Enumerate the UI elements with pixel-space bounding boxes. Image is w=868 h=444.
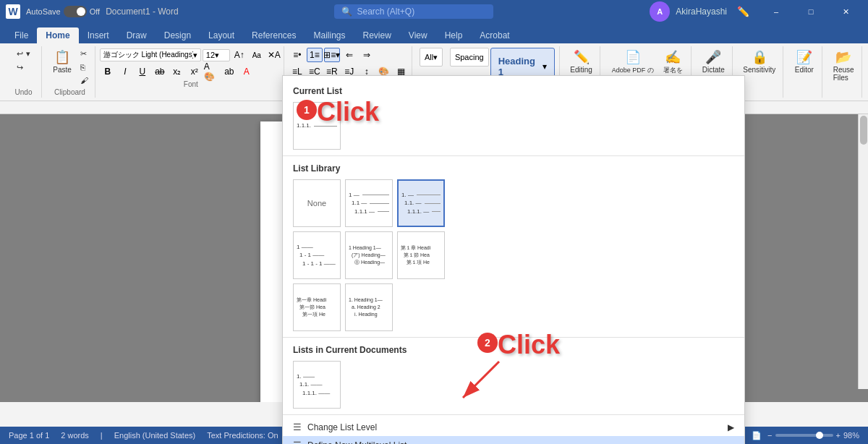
list-library-item-5[interactable]: 1 Heading 1— (ア) Heading— ⓪ Heading— bbox=[345, 231, 393, 279]
increase-indent-button[interactable]: ⇒ bbox=[359, 48, 375, 62]
list-library-grid-3: 第一章 Headi 第一節 Hea 第一項 He 1. Heading 1— a… bbox=[283, 282, 744, 334]
vertical-scrollbar[interactable] bbox=[858, 114, 868, 389]
tab-insert[interactable]: Insert bbox=[79, 27, 118, 43]
ll-5-1: 1 Heading 1— bbox=[349, 244, 389, 252]
highlight-button[interactable]: ab bbox=[221, 64, 237, 79]
list-library-item-7[interactable]: 第一章 Headi 第一節 Hea 第一項 He bbox=[293, 283, 341, 331]
reuse-files-button[interactable]: 📂 ReuseFiles bbox=[830, 48, 858, 84]
editor-label: Editor bbox=[795, 66, 814, 74]
page-info: Page 1 of 1 bbox=[9, 431, 49, 440]
list-library-grid-2: 1 —— 1 - 1 —— 1 - 1 - 1 —— 1 Heading 1— … bbox=[283, 230, 744, 282]
numbering-button[interactable]: 1≡ bbox=[307, 48, 323, 62]
list-library-item-6[interactable]: 第１章 Headi 第１節 Hea 第１項 He bbox=[397, 231, 445, 279]
editing-button[interactable]: ✏️ Editing bbox=[566, 48, 596, 76]
font-effects-button[interactable]: A🎨 bbox=[204, 64, 220, 79]
autosave-knob bbox=[77, 7, 85, 16]
ll-4-1: 1 —— bbox=[297, 243, 337, 251]
dictate-button[interactable]: 🎤 Dictate bbox=[699, 48, 728, 76]
superscript-button[interactable]: x² bbox=[187, 64, 203, 79]
define-multilevel-item[interactable]: ☰ Define New Multilevel List... bbox=[283, 436, 744, 444]
font-selector[interactable]: 游ゴシック Light (Headings) ▾ bbox=[100, 48, 201, 61]
ll-8-1: 1. Heading 1— bbox=[349, 296, 389, 304]
search-box[interactable]: 🔍 bbox=[334, 4, 493, 19]
tab-mailings[interactable]: Mailings bbox=[305, 27, 354, 43]
copy-button[interactable]: ⎘ bbox=[77, 61, 91, 73]
list-in-docs-item[interactable]: 1. —— 1.1. —— 1.1.1. —— bbox=[293, 361, 341, 409]
define-multilevel-label: Define New Multilevel List... bbox=[307, 440, 414, 445]
title-bar: W AutoSave Off Document1 - Word 🔍 A Akir… bbox=[0, 0, 868, 23]
tab-layout[interactable]: Layout bbox=[200, 27, 243, 43]
autosave-toggle: AutoSave Off bbox=[26, 6, 100, 17]
change-list-level-item[interactable]: ☰ Change List Level ▶ bbox=[283, 418, 744, 436]
scrollbar-thumb[interactable] bbox=[860, 116, 867, 145]
underline-button[interactable]: U bbox=[135, 64, 150, 79]
click2-text: Click bbox=[498, 330, 560, 359]
maximize-button[interactable]: □ bbox=[794, 0, 827, 23]
sensitivity-icon: 🔒 bbox=[752, 50, 767, 66]
bold-button[interactable]: B bbox=[100, 64, 116, 79]
italic-button[interactable]: I bbox=[117, 64, 133, 79]
list-none[interactable]: None bbox=[293, 179, 341, 227]
zoom-in-icon[interactable]: + bbox=[836, 431, 841, 440]
ll-5-3: ⓪ Heading— bbox=[354, 259, 389, 266]
zoom-out-icon[interactable]: − bbox=[767, 431, 772, 440]
autosave-pill[interactable] bbox=[64, 6, 87, 17]
font-color-button[interactable]: A bbox=[239, 64, 255, 79]
font-size[interactable]: 12 ▾ bbox=[203, 49, 230, 61]
editor-button[interactable]: 📝 Editor bbox=[791, 48, 818, 76]
font-dropdown-icon: ▾ bbox=[193, 51, 197, 60]
multilevel-list-button[interactable]: ⊞≡▾ bbox=[324, 48, 340, 62]
strikethrough-button[interactable]: ab bbox=[152, 64, 168, 79]
tab-help[interactable]: Help bbox=[436, 27, 472, 43]
ll-7-2: 第一節 Hea bbox=[299, 304, 337, 311]
cut-button[interactable]: ✂ bbox=[77, 48, 91, 60]
ll-line-3-1: 1. — bbox=[401, 191, 441, 199]
ll-5-2: (ア) Heading— bbox=[352, 252, 389, 259]
tab-references[interactable]: References bbox=[243, 27, 305, 43]
minimize-button[interactable]: – bbox=[760, 0, 793, 23]
lid-1: 1. —— bbox=[297, 372, 337, 380]
tab-file[interactable]: File bbox=[6, 27, 37, 43]
search-icon: 🔍 bbox=[341, 7, 352, 17]
sensitivity-button[interactable]: 🔒 Sensitivity bbox=[739, 48, 779, 76]
edit-icon[interactable]: ✏️ bbox=[733, 4, 754, 19]
undo-button[interactable]: ↩ ▾ bbox=[14, 48, 33, 60]
list-library-item-2[interactable]: 1 — 1.1 — 1.1.1 — bbox=[345, 179, 393, 227]
lid-2: 1.1. —— bbox=[299, 380, 337, 388]
list-library-item-3[interactable]: 1. — 1.1. — 1.1.1. — bbox=[397, 179, 445, 227]
adobe-pdf-icon: 📄 bbox=[625, 50, 641, 66]
ll-preview-3: 1. — 1.1. — 1.1.1. — bbox=[399, 188, 443, 218]
ll-line-3-3: 1.1.1. — bbox=[407, 208, 441, 215]
search-input[interactable] bbox=[357, 7, 472, 17]
font-case-button[interactable]: Aa bbox=[249, 48, 265, 62]
tab-draw[interactable]: Draw bbox=[118, 27, 156, 43]
increase-font-button[interactable]: A↑ bbox=[231, 48, 247, 62]
zoom-thumb bbox=[816, 432, 823, 439]
tab-review[interactable]: Review bbox=[354, 27, 400, 43]
autosave-label: AutoSave bbox=[26, 7, 61, 16]
tab-design[interactable]: Design bbox=[156, 27, 200, 43]
list-library-item-4[interactable]: 1 —— 1 - 1 —— 1 - 1 - 1 —— bbox=[293, 231, 341, 279]
title-bar-center: 🔍 bbox=[179, 4, 650, 19]
decrease-indent-button[interactable]: ⇐ bbox=[341, 48, 357, 62]
bullets-button[interactable]: ≡• bbox=[289, 48, 305, 62]
redo-button[interactable]: ↪ bbox=[14, 61, 33, 74]
styles-dropdown[interactable]: All ▾ bbox=[420, 48, 443, 67]
language-label: English (United States) bbox=[114, 431, 196, 440]
tab-acrobat[interactable]: Acrobat bbox=[471, 27, 518, 43]
paste-button[interactable]: 📋 Paste bbox=[48, 48, 76, 76]
tab-view[interactable]: View bbox=[400, 27, 436, 43]
spacing-button[interactable]: Spacing bbox=[450, 48, 489, 67]
ll-preview-7: 第一章 Headi 第一節 Hea 第一項 He bbox=[294, 294, 340, 320]
clear-format-button[interactable]: ✕A bbox=[266, 48, 282, 62]
print-layout-icon[interactable]: 📄 bbox=[752, 431, 762, 440]
list-library-item-8[interactable]: 1. Heading 1— a. Heading 2 i. Heading bbox=[345, 283, 393, 331]
close-button[interactable]: ✕ bbox=[829, 0, 862, 23]
subscript-button[interactable]: x₂ bbox=[169, 64, 185, 79]
heading1-label: Heading 1 bbox=[498, 56, 540, 77]
zoom-slider[interactable] bbox=[775, 434, 833, 437]
editor-icon: 📝 bbox=[796, 50, 812, 66]
format-painter-button[interactable]: 🖌 bbox=[77, 74, 91, 86]
click2-container: 2 Click bbox=[477, 333, 540, 383]
tab-home[interactable]: Home bbox=[37, 27, 78, 43]
